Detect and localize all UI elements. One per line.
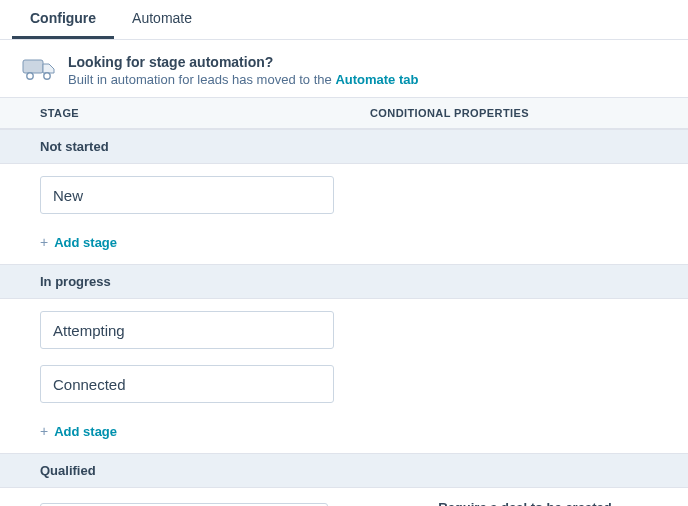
header-stage: STAGE <box>0 107 370 119</box>
add-stage-button[interactable]: + Add stage <box>0 415 688 453</box>
truck-icon <box>22 56 56 85</box>
group-qualified: Qualified <box>0 453 688 488</box>
stage-row <box>0 299 688 361</box>
add-stage-label: Add stage <box>54 424 117 439</box>
require-deal-title: Require a deal to be created <box>438 500 648 506</box>
plus-icon: + <box>40 423 48 439</box>
tab-configure[interactable]: Configure <box>12 0 114 39</box>
group-not-started: Not started <box>0 129 688 164</box>
add-stage-button[interactable]: + Add stage <box>0 226 688 264</box>
tabs: Configure Automate <box>0 0 688 40</box>
banner-sub-text: Built in automation for leads has moved … <box>68 72 335 87</box>
stage-input-new[interactable] <box>40 176 334 214</box>
svg-rect-0 <box>23 60 43 73</box>
conditional-block: Require a deal to be created If a lead i… <box>358 500 648 506</box>
automate-tab-link[interactable]: Automate tab <box>335 72 418 87</box>
stage-input-connected[interactable] <box>40 365 334 403</box>
svg-point-1 <box>27 73 33 79</box>
stage-row <box>0 164 688 226</box>
add-stage-label: Add stage <box>54 235 117 250</box>
group-in-progress: In progress <box>0 264 688 299</box>
banner-subtitle: Built in automation for leads has moved … <box>68 72 418 87</box>
tab-automate[interactable]: Automate <box>114 0 210 39</box>
header-conditional: CONDITIONAL PROPERTIES <box>370 107 688 119</box>
automation-banner: Looking for stage automation? Built in a… <box>0 40 688 97</box>
stage-row: Require a deal to be created If a lead i… <box>0 488 688 506</box>
stage-row <box>0 361 688 415</box>
banner-title: Looking for stage automation? <box>68 54 418 70</box>
stage-input-attempting[interactable] <box>40 311 334 349</box>
plus-icon: + <box>40 234 48 250</box>
svg-point-2 <box>44 73 50 79</box>
column-headers: STAGE CONDITIONAL PROPERTIES <box>0 97 688 129</box>
